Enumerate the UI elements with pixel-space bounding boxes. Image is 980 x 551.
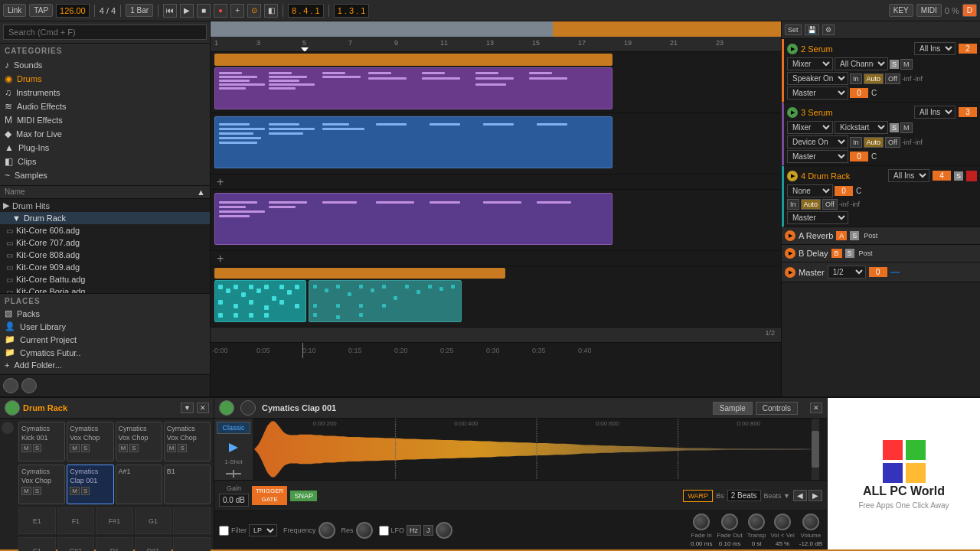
note-pad-g1[interactable]: G1 [135, 507, 172, 534]
serum2-send-select[interactable]: Master [787, 86, 848, 99]
loop-region-bar[interactable] [211, 21, 781, 37]
add-track-button[interactable]: + [217, 175, 224, 189]
serum3-auto-btn[interactable]: Auto [864, 137, 884, 148]
play-button[interactable]: ▶ [180, 4, 194, 18]
place-add-folder[interactable]: +Add Folder... [5, 359, 205, 371]
key-button[interactable]: KEY [889, 4, 913, 17]
place-user-library[interactable]: 👤User Library [5, 320, 205, 333]
stop-button[interactable]: ■ [197, 4, 211, 18]
file-item[interactable]: ▭Kit-Core Borja.adg [0, 285, 210, 293]
note-pad-csharp1[interactable]: C#1 [57, 537, 95, 551]
tab-controls[interactable]: Controls [756, 402, 798, 415]
category-sounds[interactable]: ♪ Sounds [5, 58, 205, 72]
voxchop3-m-btn[interactable]: M [167, 444, 177, 452]
follow-button[interactable]: ⊙ [247, 4, 261, 18]
mixer-save-button[interactable]: 💾 [805, 24, 819, 35]
filter-type-select[interactable]: LPHPBP [249, 524, 277, 536]
serum3-in-btn[interactable]: In [850, 137, 862, 148]
volume-knob[interactable] [802, 514, 819, 530]
drum-block-cyan-2[interactable] [309, 280, 462, 322]
drum-pad-voxchop3[interactable]: CymaticsVox Chop M S [164, 422, 211, 461]
category-clips[interactable]: ◧ Clips [5, 155, 205, 168]
serum3-s-button[interactable]: S [890, 123, 899, 132]
voxchop4-m-btn[interactable]: M [21, 487, 31, 495]
classic-mode-btn[interactable]: Classic [217, 422, 250, 434]
sample-power-btn[interactable] [219, 400, 234, 416]
category-samples[interactable]: ~ Samples [5, 168, 205, 182]
drum-pad-kick001[interactable]: CymaticsKick 001 M S [18, 422, 65, 461]
beats-val-display[interactable]: 2 Beats [727, 490, 761, 501]
file-list[interactable]: ▶ Drum Hits ▼ Drum Rack ▭Kit-Core 606.ad… [0, 199, 210, 293]
drum-pad-clap001[interactable]: CymaticsClap 001 M S [67, 465, 113, 504]
master-play-btn[interactable]: ▶ [785, 267, 795, 278]
drum-pad-voxchop2[interactable]: CymaticsVox Chop M S [116, 422, 162, 461]
note-pad-c1[interactable]: C1 [18, 537, 56, 551]
serum2-off-btn[interactable]: Off [885, 73, 900, 84]
reverb-chain-btn[interactable]: A [836, 231, 847, 240]
file-item[interactable]: ▭Kit-Core Battu.adg [0, 273, 210, 285]
reverb-play-btn[interactable]: ▶ [785, 230, 795, 241]
warp-right-btn[interactable]: ▶ [808, 490, 822, 501]
category-drums[interactable]: ◉ Drums [5, 72, 205, 86]
sample-close-btn[interactable]: ✕ [810, 403, 822, 413]
drum4-in-btn[interactable]: In [787, 199, 799, 210]
punch-button[interactable]: ◧ [264, 4, 278, 18]
file-item[interactable]: ▭Kit-Core 808.adg [0, 249, 210, 261]
drum-pad-b1[interactable]: B1 [164, 465, 211, 504]
snap-btn[interactable]: SNAP [290, 491, 317, 501]
lfo-checkbox[interactable] [379, 526, 389, 536]
info-button[interactable] [21, 378, 37, 393]
drum4-off-btn[interactable]: Off [822, 199, 838, 210]
serum3-send-select[interactable]: Master [787, 150, 848, 163]
filter-checkbox[interactable] [219, 526, 229, 536]
drum-rack-header-block[interactable] [214, 268, 505, 279]
serum3-play-btn[interactable]: ▶ [787, 107, 798, 118]
file-item[interactable]: ▭Kit-Core 909.adg [0, 261, 210, 273]
serum3-channel-select[interactable]: Kickstart [835, 121, 888, 134]
file-item[interactable]: ▭Kit-Core 707.adg [0, 236, 210, 249]
serum3-monitor-select[interactable]: Device On [787, 135, 848, 148]
fade-out-knob[interactable] [721, 514, 738, 530]
place-current-project[interactable]: 📁Current Project [5, 333, 205, 346]
serum3-input-select[interactable]: All Ins [914, 106, 956, 119]
kick-m-btn[interactable]: M [21, 444, 31, 452]
clap-m-btn[interactable]: M [70, 487, 80, 495]
delay-play-btn[interactable]: ▶ [785, 248, 795, 259]
place-packs[interactable]: ▧Packs [5, 307, 205, 320]
drum-rack-fold-btn[interactable]: ▼ [181, 403, 194, 413]
serum3-off-btn[interactable]: Off [885, 137, 900, 148]
category-midi-effects[interactable]: M MIDI Effects [5, 113, 205, 127]
category-instruments[interactable]: ♫ Instruments [5, 86, 205, 99]
track-block-blue[interactable] [214, 116, 612, 168]
pad-power-btn[interactable] [2, 422, 14, 434]
note-pad-f1[interactable]: F1 [57, 507, 95, 534]
place-cymatics-future[interactable]: 📁Cymatics Futur.. [5, 346, 205, 359]
drum4-auto-btn[interactable]: Auto [801, 199, 822, 210]
clap-s-btn[interactable]: S [81, 487, 90, 495]
waveform-scrollbar[interactable] [812, 419, 819, 480]
add-track-button-2[interactable]: + [217, 252, 224, 266]
waveform-scroll-thumb[interactable] [812, 431, 819, 468]
serum2-monitor-select[interactable]: Speaker On [787, 72, 848, 85]
voxchop2-s-btn[interactable]: S [129, 444, 138, 452]
search-input[interactable] [3, 24, 207, 40]
tab-sample[interactable]: Sample [713, 402, 753, 415]
set-button[interactable]: Set [785, 24, 802, 35]
fade-in-knob[interactable] [693, 514, 710, 530]
track-block-purple-1[interactable] [214, 67, 612, 109]
track-content-2[interactable] [211, 113, 781, 174]
drum-block-cyan[interactable] [214, 280, 306, 322]
note-pad-e1[interactable]: E1 [18, 507, 56, 534]
warp-left-btn[interactable]: ◀ [793, 490, 807, 501]
lfo-rate-knob[interactable] [436, 522, 452, 539]
master-select[interactable]: 1/2 [828, 266, 866, 279]
track-block-purple-2[interactable] [214, 193, 612, 245]
delay-s-btn[interactable]: S [845, 249, 854, 258]
reverb-s-btn[interactable]: S [850, 231, 859, 240]
delay-chain-btn[interactable]: B [831, 249, 842, 258]
bpm-display[interactable]: 126.00 [56, 4, 90, 18]
tap-button[interactable]: TAP [29, 4, 53, 17]
hz-btn[interactable]: Hz [407, 525, 421, 536]
track-content-4[interactable] [211, 266, 781, 327]
serum2-m-button[interactable]: M [900, 59, 913, 70]
